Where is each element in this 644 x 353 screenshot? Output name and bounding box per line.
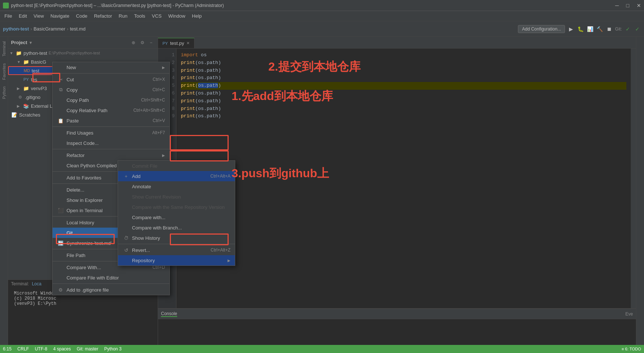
git-add[interactable]: + Add Ctrl+Alt+A: [118, 171, 235, 181]
bottom-tab-console[interactable]: Console: [161, 311, 177, 317]
git-revert[interactable]: ↺ Revert... Ctrl+Alt+Z: [118, 245, 235, 255]
menu-edit[interactable]: Edit: [16, 12, 30, 20]
add-configuration-button[interactable]: Add Configuration...: [518, 25, 565, 33]
copy-shortcut: Ctrl+C: [153, 87, 165, 92]
minimize-btn[interactable]: ─: [615, 3, 619, 8]
ctx-refactor[interactable]: Refactor ▶: [53, 150, 169, 160]
maximize-btn[interactable]: □: [626, 3, 629, 8]
git-annotate[interactable]: Annotate: [118, 181, 235, 192]
code-line-2: print(os.path): [181, 59, 626, 67]
git-show-history[interactable]: ⏱ Show History: [118, 233, 235, 243]
ctx-add-gitignore[interactable]: ⚙ Add to .gitignore file: [53, 285, 169, 295]
git-compare[interactable]: Compare with...: [118, 212, 235, 222]
tab-py-icon: PY: [162, 41, 168, 46]
menu-file[interactable]: File: [1, 12, 15, 20]
ctx-copy[interactable]: ⧉ Copy Ctrl+C: [53, 85, 169, 95]
ctx-filepath-label: File Path: [67, 253, 85, 258]
menu-window[interactable]: Window: [165, 12, 188, 20]
git-compare-same-label: Compare with the Same Repository Version: [132, 204, 225, 210]
status-git[interactable]: Git: master: [77, 346, 99, 352]
menu-help[interactable]: Help: [189, 12, 205, 20]
status-python[interactable]: Python 3: [104, 346, 121, 352]
ctx-find-usages[interactable]: Find Usages Alt+F7: [53, 128, 169, 138]
toolbar-right: Add Configuration... ▶ 🐛 📊 🔨 ⏹ Git: ✓ ✓: [518, 25, 641, 33]
git-repository[interactable]: Repository ▶: [118, 255, 235, 265]
separator9: [53, 284, 169, 284]
status-position[interactable]: 6:15: [3, 346, 11, 352]
tab-testpy-label: test.py: [170, 40, 184, 46]
bottom-tab-eve[interactable]: Eve: [625, 311, 633, 317]
code-line-5: print(os.path): [181, 82, 626, 90]
menu-code[interactable]: Code: [73, 12, 90, 20]
ctx-cut[interactable]: ✂ Cut Ctrl+X: [53, 74, 169, 85]
tab-testpy[interactable]: PY test.py ✕: [158, 38, 194, 48]
status-line-ending[interactable]: CRLF: [17, 346, 29, 352]
menu-navigate[interactable]: Navigate: [47, 12, 72, 20]
git-compare-label: Compare with...: [132, 215, 165, 220]
left-tab-favorites[interactable]: Favorites: [1, 60, 7, 83]
ctx-new[interactable]: New ▶: [53, 62, 169, 72]
build-icon[interactable]: 🔨: [596, 25, 603, 33]
git-check2-icon[interactable]: ✓: [634, 25, 641, 33]
breadcrumb-folder[interactable]: BasicGrammer: [33, 26, 65, 32]
menu-refactor[interactable]: Refactor: [91, 12, 115, 20]
menu-run[interactable]: Run: [116, 12, 130, 20]
git-revert-label: Revert...: [132, 247, 150, 253]
paste-shortcut: Ctrl+V: [153, 118, 165, 123]
menu-tools[interactable]: Tools: [131, 12, 148, 20]
ctx-copy-relative-path[interactable]: Copy Relative Path Ctrl+Alt+Shift+C: [53, 105, 169, 115]
profile-icon[interactable]: 📊: [586, 25, 594, 33]
external-icon: 📚: [23, 103, 29, 109]
revert-icon: ↺: [122, 247, 130, 253]
find-shortcut: Alt+F7: [152, 130, 165, 135]
separator1: [53, 73, 169, 74]
settings-icon[interactable]: ⚙: [139, 39, 146, 46]
ctx-delete-label: Delete...: [67, 187, 84, 193]
debug-icon[interactable]: 🐛: [577, 25, 584, 33]
collapse-icon[interactable]: −: [147, 39, 155, 46]
status-indent[interactable]: 4 spaces: [53, 346, 71, 352]
root-arrow: ▼: [10, 51, 15, 55]
code-line-9: print(os.path): [181, 113, 626, 120]
left-tab-python[interactable]: Python: [1, 83, 7, 102]
open-terminal-icon: ⬛: [57, 208, 64, 213]
stop-icon[interactable]: ⏹: [605, 25, 613, 33]
menu-view[interactable]: View: [31, 12, 47, 20]
ctx-copy-path[interactable]: Copy Path Ctrl+Shift+C: [53, 95, 169, 105]
ctx-inspect[interactable]: Inspect Code...: [53, 138, 169, 148]
separator3: [53, 149, 169, 149]
root-folder-icon: 📁: [15, 50, 22, 56]
close-btn[interactable]: ✕: [637, 3, 641, 8]
venv-icon: 📁: [23, 85, 29, 92]
root-path: E:\PythonProject\python-test: [49, 51, 100, 55]
menu-vcs[interactable]: VCS: [149, 12, 165, 20]
breadcrumb-root[interactable]: python-test: [3, 26, 29, 32]
copy-rel-shortcut: Ctrl+Alt+Shift+C: [133, 108, 165, 113]
sidebar-dropdown-icon[interactable]: ▼: [29, 40, 33, 45]
ctx-compare-editor[interactable]: Compare File with Editor: [53, 272, 169, 283]
code-area[interactable]: import os print(os.path) print(os.path) …: [176, 49, 631, 353]
git-compare-branch[interactable]: Compare with Branch...: [118, 222, 235, 233]
ctx-copy-label: Copy: [67, 87, 78, 93]
code-line-6: print(os.path): [181, 90, 626, 97]
git-check-icon[interactable]: ✓: [624, 25, 632, 33]
editor-scrollbar[interactable]: [631, 49, 636, 353]
tab-close-btn[interactable]: ✕: [186, 41, 190, 46]
breadcrumb-file[interactable]: test.md: [70, 26, 86, 32]
tree-root[interactable]: ▼ 📁 python-test E:\PythonProject\python-…: [8, 49, 158, 57]
ctx-local-history-label: Local History: [67, 220, 94, 225]
run-icon[interactable]: ▶: [567, 25, 575, 33]
ctx-show-explorer-label: Show in Explorer: [67, 197, 103, 203]
status-todo[interactable]: ≡ 6: TODO: [622, 347, 641, 351]
tab-bar: PY test.py ✕: [158, 37, 636, 49]
git-commit-file: Commit File: [118, 161, 235, 171]
gitignore-add-icon: ⚙: [57, 287, 64, 293]
status-encoding[interactable]: UTF-8: [35, 346, 47, 352]
left-tab-terminal[interactable]: Terminal: [1, 38, 7, 60]
locate-icon[interactable]: ⊕: [130, 39, 137, 46]
basicg-folder-icon: 📁: [23, 58, 29, 65]
code-line-3: print(os.path): [181, 67, 626, 75]
repo-arrow-icon: ▶: [228, 258, 230, 263]
terminal-label: Terminal:: [11, 281, 29, 286]
ctx-paste[interactable]: 📋 Paste Ctrl+V: [53, 115, 169, 126]
